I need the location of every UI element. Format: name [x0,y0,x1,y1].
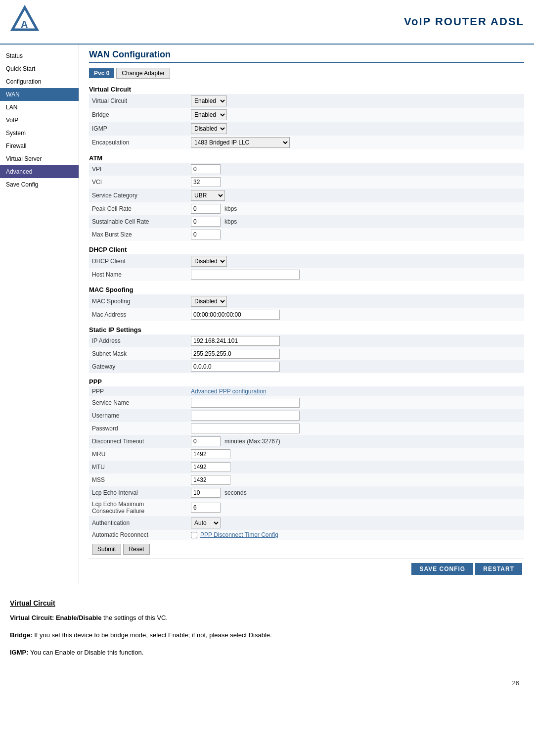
host-name-input[interactable] [191,270,300,280]
host-name-label: Host Name [89,268,188,281]
subnet-mask-input[interactable] [191,349,280,359]
mac-spoofing-table: MAC Spoofing DisabledEnabled Mac Address [89,294,524,321]
peak-cell-rate-input[interactable] [191,204,221,214]
restart-button[interactable]: RESTART [475,563,522,575]
disconnect-timeout-input[interactable] [191,436,221,446]
table-row: Bridge EnabledDisabled [89,108,524,122]
lcp-echo-interval-input[interactable] [191,488,221,498]
table-row: MTU [89,461,524,473]
igmp-select[interactable]: DisabledEnabled [191,123,227,134]
table-row: MRU [89,448,524,461]
ppp-value: Advanced PPP configuration [188,386,524,396]
sidebar-item-firewall[interactable]: Firewall [0,140,79,152]
mss-input[interactable] [191,475,230,485]
max-burst-size-input[interactable] [191,230,221,239]
encapsulation-select[interactable]: 1483 Bridged IP LLCPPPoEPPPoA [191,137,290,148]
description-section: Virtual Circuit Virtual Circuit: Enable/… [0,589,534,674]
desc-para-3: IGMP: You can Enable or Disable this fun… [10,648,524,658]
lcp-echo-interval-unit: seconds [224,489,247,496]
lcp-echo-max-input[interactable] [191,503,221,513]
desc-para-1-rest: the settings of this VC. [103,614,168,621]
table-row: Gateway [89,360,524,373]
bottom-bar: SAVE CONFIG RESTART [89,559,524,579]
table-row: Host Name [89,268,524,281]
service-category-select[interactable]: UBRCBRVBR-nrtVBR-rt [191,190,225,201]
service-name-input[interactable] [191,398,300,408]
desc-para-2: Bridge: If you set this device to be bri… [10,630,524,641]
change-adapter-button[interactable]: Change Adapter [116,68,170,79]
table-row: Username [89,409,524,422]
username-label: Username [89,409,188,422]
ip-address-input[interactable] [191,336,280,346]
table-row: VCI [89,176,524,189]
table-row: Mac Address [89,308,524,321]
virtual-circuit-select[interactable]: EnabledDisabled [191,95,227,106]
table-row: VPI [89,163,524,176]
sidebar-item-lan[interactable]: LAN [0,101,79,114]
password-label: Password [89,422,188,435]
sidebar-item-save-config[interactable]: Save Config [0,178,79,191]
service-name-value [188,396,524,409]
table-row: Password [89,422,524,435]
sidebar-item-advanced[interactable]: Advanced [0,165,79,178]
gateway-input[interactable] [191,362,280,372]
mac-address-value [188,308,524,321]
subnet-mask-label: Subnet Mask [89,347,188,360]
mss-value [188,473,524,486]
vc-label: Virtual Circuit [89,94,188,108]
authentication-select[interactable]: AutoPAPCHAP [191,518,221,528]
ppp-disconnect-timer-link[interactable]: PPP Disconnect Timer Config [200,531,278,538]
mru-value [188,448,524,461]
table-row: Max Burst Size [89,228,524,241]
mru-label: MRU [89,448,188,461]
content-area: WAN Configuration Pvc 0 Change Adapter V… [79,45,534,584]
username-input[interactable] [191,411,300,421]
auto-reconnect-checkbox[interactable] [191,532,197,538]
advanced-ppp-link[interactable]: Advanced PPP configuration [191,388,267,395]
mtu-input[interactable] [191,462,230,472]
virtual-circuit-table: Virtual Circuit EnabledDisabled Bridge E… [89,94,524,149]
service-name-label: Service Name [89,396,188,409]
pvc-label: Pvc 0 [89,68,114,78]
submit-reset-bar: Submit Reset [89,542,524,557]
sidebar-item-wan[interactable]: WAN [0,88,79,101]
sidebar-item-status[interactable]: Status [0,49,79,62]
logo-icon: A [10,5,40,39]
mac-address-input[interactable] [191,310,280,320]
vpi-input[interactable] [191,164,221,174]
sidebar-item-quick-start[interactable]: Quick Start [0,62,79,75]
auto-reconnect-value: PPP Disconnect Timer Config [188,530,524,540]
page-number: 26 [0,674,534,692]
service-category-value: UBRCBRVBR-nrtVBR-rt [188,189,524,202]
reset-button[interactable]: Reset [123,544,149,555]
dhcp-client-select[interactable]: DisabledEnabled [191,256,227,267]
sidebar-item-virtual-server[interactable]: Virtual Server [0,152,79,165]
lcp-echo-max-value [188,499,524,516]
sidebar-item-configuration[interactable]: Configuration [0,75,79,88]
mac-spoofing-select[interactable]: DisabledEnabled [191,296,227,307]
table-row: Peak Cell Rate kbps [89,202,524,215]
sidebar-item-system[interactable]: System [0,127,79,140]
username-value [188,409,524,422]
mtu-value [188,461,524,473]
mss-label: MSS [89,473,188,486]
vci-input[interactable] [191,177,221,187]
igmp-value: DisabledEnabled [188,122,524,136]
atm-table: VPI VCI Service Category UBRCBRVBR-nrtVB… [89,163,524,241]
submit-button[interactable]: Submit [92,544,121,555]
gateway-label: Gateway [89,360,188,373]
disconnect-timeout-value: minutes (Max:32767) [188,435,524,448]
sustainable-cell-rate-input[interactable] [191,217,221,227]
mru-input[interactable] [191,449,230,459]
password-input[interactable] [191,424,300,433]
main-layout: Status Quick Start Configuration WAN LAN… [0,45,534,584]
table-row: Encapsulation 1483 Bridged IP LLCPPPoEPP… [89,136,524,149]
save-config-button[interactable]: SAVE CONFIG [411,563,473,575]
mac-spoofing-value: DisabledEnabled [188,294,524,308]
sidebar-item-voip[interactable]: VoIP [0,114,79,127]
table-row: Authentication AutoPAPCHAP [89,516,524,530]
bridge-select[interactable]: EnabledDisabled [191,109,227,120]
vpi-label: VPI [89,163,188,176]
lcp-echo-interval-value: seconds [188,486,524,499]
desc-para-3-rest: You can Enable or Disable this function. [30,649,143,656]
